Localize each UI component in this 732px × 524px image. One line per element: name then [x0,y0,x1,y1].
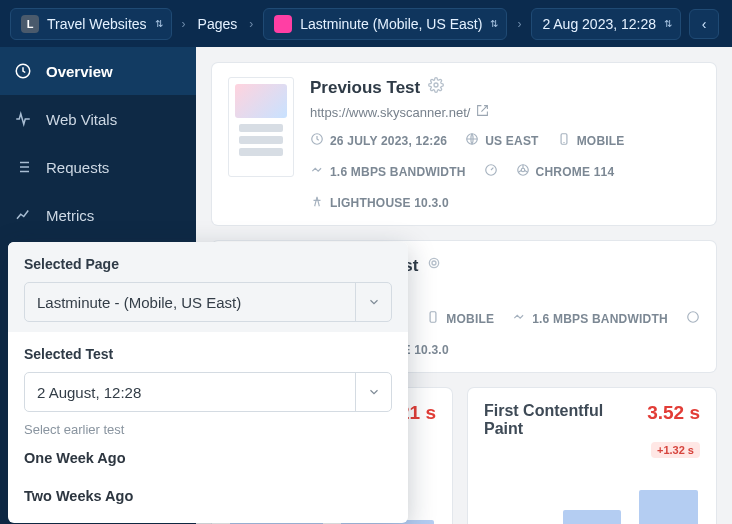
dashboard-icon [14,62,32,80]
popover-option[interactable]: One Week Ago [8,439,408,477]
gauge-icon [484,163,498,180]
chevron-down-icon [355,283,391,321]
svg-rect-10 [430,312,436,323]
tag-region: US EAST [485,134,538,148]
popover-test-value: 2 August, 12:28 [25,384,355,401]
svg-point-1 [434,83,438,87]
crumb-pages[interactable]: Pages [196,8,240,40]
chevron-right-icon: › [180,17,188,31]
svg-point-11 [688,312,699,323]
popover-option[interactable]: Two Weeks Ago [8,477,408,515]
sidebar-item-label: Overview [46,63,113,80]
tag-browser: CHROME 114 [536,165,615,179]
popover-hint: Select earlier test [8,416,408,439]
gear-icon[interactable] [428,77,444,98]
pulse-icon [14,110,32,128]
sidebar-item-webvitals[interactable]: Web Vitals [0,95,196,143]
mobile-icon [426,310,440,327]
gear-icon[interactable] [426,255,442,276]
external-link-icon[interactable] [476,104,489,120]
chevron-right-icon: › [247,17,255,31]
sidebar-item-metrics[interactable]: Metrics [0,191,196,239]
bar [563,510,622,524]
crumb-test[interactable]: 2 Aug 2023, 12:28 ⇅ [531,8,681,40]
metric-value: 3.52 s [647,402,700,424]
lighthouse-icon [310,194,324,211]
tag-date: 26 JULY 2023, 12:26 [330,134,447,148]
sidebar-item-label: Requests [46,159,109,176]
chevron-right-icon: › [515,17,523,31]
crumb-page[interactable]: Lastminute (Mobile, US East) ⇅ [263,8,507,40]
crumb-page-label: Lastminute (Mobile, US East) [300,16,482,32]
selector-popover: Selected Page Lastminute - (Mobile, US E… [8,242,408,523]
tag-device: MOBILE [577,134,625,148]
tag-device: MOBILE [446,312,494,326]
thumbnail-previous [228,77,294,177]
bar [639,490,698,524]
nav-prev-button[interactable]: ‹ [689,9,719,39]
mobile-icon [557,132,571,149]
sidebar-item-overview[interactable]: Overview [0,47,196,95]
gauge-icon [686,310,700,327]
crumb-test-label: 2 Aug 2023, 12:28 [542,16,656,32]
popover-test-label: Selected Test [24,346,392,362]
clock-icon [310,132,324,149]
metric-delta: +1.32 s [651,442,700,458]
updown-icon: ⇅ [664,18,670,29]
updown-icon: ⇅ [155,18,161,29]
popover-page-value: Lastminute - (Mobile, US East) [25,294,355,311]
chart-icon [14,206,32,224]
card-url: https://www.skyscanner.net/ [310,105,470,120]
project-badge: L [21,15,39,33]
metric-card-fcp: First Contentful Paint 3.52 s +1.32 s [468,388,716,524]
sidebar-item-label: Metrics [46,207,94,224]
popover-test-select[interactable]: 2 August, 12:28 [24,372,392,412]
popover-page-select[interactable]: Lastminute - (Mobile, US East) [24,282,392,322]
chevron-left-icon: ‹ [702,16,707,32]
chrome-icon [516,163,530,180]
tag-lighthouse: LIGHTHOUSE 10.3.0 [330,196,449,210]
metric-bars [468,464,716,524]
svg-point-8 [432,261,436,265]
bandwidth-icon [512,310,526,327]
chevron-down-icon [355,373,391,411]
popover-page-label: Selected Page [24,256,392,272]
list-icon [14,158,32,176]
crumb-pages-label: Pages [198,16,238,32]
crumb-project-label: Travel Websites [47,16,147,32]
globe-icon [465,132,479,149]
breadcrumb-bar: L Travel Websites ⇅ › Pages › Lastminute… [0,0,732,47]
crumb-project[interactable]: L Travel Websites ⇅ [10,8,172,40]
tag-bandwidth: 1.6 MBPS BANDWIDTH [532,312,668,326]
sidebar-item-requests[interactable]: Requests [0,143,196,191]
bandwidth-icon [310,163,324,180]
metric-title: First Contentful Paint [484,402,637,438]
sidebar-item-label: Web Vitals [46,111,117,128]
tag-bandwidth: 1.6 MBPS BANDWIDTH [330,165,466,179]
updown-icon: ⇅ [490,18,496,29]
page-badge [274,15,292,33]
svg-point-7 [521,168,525,172]
card-title: Previous Test [310,78,420,98]
card-previous-test: Previous Test https://www.skyscanner.net… [212,63,716,225]
